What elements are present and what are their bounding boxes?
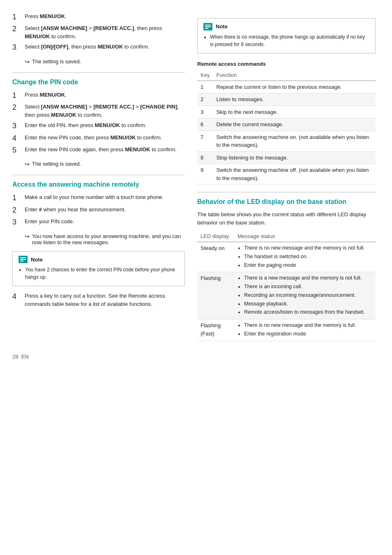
step-item: 1 Press MENU/OK.	[12, 91, 185, 100]
function-cell: Stop listening to the message.	[213, 151, 376, 164]
section-divider	[12, 175, 185, 175]
led-cell: Flashing (Fast)	[197, 319, 234, 341]
remote-access-table: Key Function 1Repeat the current or list…	[197, 70, 376, 185]
key-cell: 6	[197, 118, 213, 131]
step-number: 2	[12, 206, 21, 215]
note-label: Note	[216, 23, 228, 31]
key-cell: 7	[197, 131, 213, 151]
note-item: You have 2 chances to enter the correct …	[25, 266, 179, 281]
function-cell: Skip to the next message.	[213, 106, 376, 118]
table-row: 8Stop listening to the message.	[197, 151, 376, 164]
step-number: 5	[12, 146, 21, 155]
svg-rect-3	[205, 25, 211, 25]
note-box: Note You have 2 chances to enter the cor…	[12, 251, 185, 287]
step-text: Select [ANSW MACHINE] > [REMOTE ACC.] > …	[25, 103, 185, 119]
note-icon	[18, 256, 28, 263]
page-footer: 28 EN	[12, 354, 376, 360]
step-text: Select [ANSW MACHINE] > [REMOTE ACC.], t…	[25, 24, 185, 40]
step-text: Make a call to your home number with a t…	[25, 193, 185, 201]
step-number: 4	[12, 292, 21, 301]
step-number: 4	[12, 134, 21, 143]
table-row: 1Repeat the current or listen to the pre…	[197, 81, 376, 93]
list-item: Recording an incoming message/announceme…	[244, 291, 372, 299]
change-pin-steps: 1 Press MENU/OK. 2 Select [ANSW MACHINE]…	[12, 91, 185, 155]
led-cell: Flashing	[197, 272, 234, 319]
right-column: Note When there is no message, the phone…	[197, 12, 376, 341]
step-item: 2 Enter # when you hear the announcement…	[12, 206, 185, 215]
list-item: There is no new message and the memory i…	[244, 321, 372, 329]
section-divider	[197, 192, 376, 192]
svg-rect-2	[20, 261, 23, 261]
list-item: The handset is switched on.	[244, 253, 372, 261]
step-text: Enter # when you hear the announcement.	[25, 206, 185, 214]
step-text: Press MENU/OK.	[25, 91, 185, 99]
key-cell: 2	[197, 93, 213, 106]
led-intro: The table below shows you the current st…	[197, 210, 376, 227]
led-section-title: Behavior of the LED display on the base …	[197, 198, 376, 206]
table-row: Steady onThere is no new message and the…	[197, 242, 376, 272]
page-number: 28	[12, 354, 18, 360]
step-number: 1	[12, 193, 21, 203]
list-item: There is a new message and the memory is…	[244, 274, 372, 282]
table-header-row: Key Function	[197, 70, 376, 81]
col-header-message-status: Message status	[234, 231, 376, 242]
step-text: Enter the new PIN code, then press MENU/…	[25, 134, 185, 142]
col-header-led: LED display	[197, 231, 234, 242]
intro-steps: 1 Press MENU/OK. 2 Select [ANSW MACHINE]…	[12, 12, 185, 53]
step-item: 1 Press MENU/OK.	[12, 12, 185, 22]
step-text: Press MENU/OK.	[25, 12, 185, 21]
note-icon	[203, 23, 212, 30]
list-item: There is an incoming call.	[244, 283, 372, 291]
led-cell: Steady on	[197, 242, 234, 272]
step-text: Enter the new PIN code again, then press…	[25, 146, 185, 154]
function-cell: Switch the answering machine off. (not a…	[213, 164, 376, 185]
access-machine-title: Access the answering machine remotely	[12, 181, 185, 188]
result-text: The setting is saved.	[25, 58, 185, 65]
svg-rect-4	[205, 26, 211, 27]
svg-rect-1	[20, 259, 26, 260]
note-label: Note	[31, 256, 43, 264]
table-row: 7Switch the answering machine on. (not a…	[197, 131, 376, 151]
step-number: 3	[12, 217, 21, 227]
step-text: Select [ON]/[OFF], then press MENU/OK to…	[25, 43, 185, 51]
step-text: Press a key to carry out a function. See…	[25, 292, 185, 308]
function-cell: Switch the answering machine on. (not av…	[213, 131, 376, 151]
table-row: 9Switch the answering machine off. (not …	[197, 164, 376, 185]
key-cell: 9	[197, 164, 213, 185]
key-cell: 1	[197, 81, 213, 93]
top-note-box: Note When there is no message, the phone…	[197, 18, 376, 53]
table-row: Flashing (Fast)There is no new message a…	[197, 319, 376, 341]
svg-rect-0	[20, 257, 26, 258]
step-number: 2	[12, 24, 21, 34]
change-pin-result: The setting is saved.	[25, 161, 185, 167]
step-item: 3 Enter the old PIN, then press MENU/OK …	[12, 121, 185, 131]
svg-rect-5	[205, 28, 208, 29]
step-number: 3	[12, 121, 21, 131]
status-cell: There is no new message and the memory i…	[234, 319, 376, 341]
function-cell: Listen to messages.	[213, 93, 376, 106]
step-item: 3 Enter your PIN code.	[12, 217, 185, 227]
status-cell: There is a new message and the memory is…	[234, 272, 376, 319]
remote-access-label: Remote access commands	[197, 61, 376, 67]
step4-container: 4 Press a key to carry out a function. S…	[12, 292, 185, 308]
top-note-item: When there is no message, the phone hang…	[210, 33, 369, 48]
function-cell: Repeat the current or listen to the prev…	[213, 81, 376, 93]
table-row: 2Listen to messages.	[197, 93, 376, 106]
step-item: 2 Select [ANSW MACHINE] > [REMOTE ACC.] …	[12, 103, 185, 119]
note-header: Note	[203, 23, 369, 31]
step-item: 5 Enter the new PIN code again, then pre…	[12, 146, 185, 155]
table-row: FlashingThere is a new message and the m…	[197, 272, 376, 319]
left-column: 1 Press MENU/OK. 2 Select [ANSW MACHINE]…	[12, 12, 185, 341]
led-table: LED display Message status Steady onTher…	[197, 231, 376, 341]
list-item: Remote access/listen to messages from th…	[244, 308, 372, 316]
section-divider	[12, 72, 185, 73]
top-note-list: When there is no message, the phone hang…	[203, 33, 369, 48]
table-row: 6Delete the current message.	[197, 118, 376, 131]
col-header-key: Key	[197, 70, 213, 81]
step-item: 1 Make a call to your home number with a…	[12, 193, 185, 203]
key-cell: 8	[197, 151, 213, 164]
list-item: Enter the paging mode	[244, 261, 372, 269]
step-number: 1	[12, 12, 21, 22]
list-item: Enter the registration mode	[244, 330, 372, 338]
step-number: 1	[12, 91, 21, 100]
